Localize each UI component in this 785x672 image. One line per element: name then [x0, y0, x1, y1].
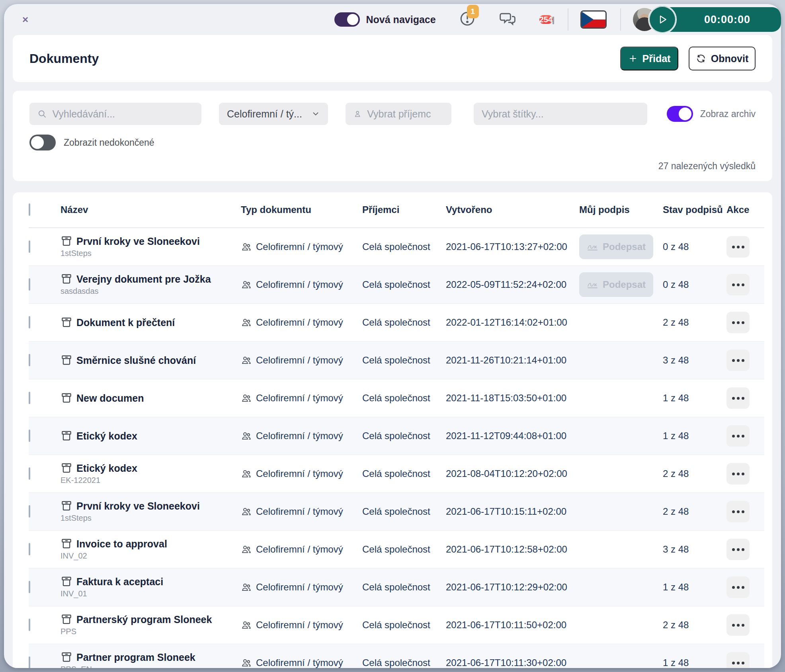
table-row[interactable]: Invoice to approval INV_02 Celofiremní /…	[29, 531, 764, 568]
table-row[interactable]: Dokument k přečtení Celofiremní / týmový…	[29, 304, 764, 342]
table-row[interactable]: Verejny dokument pre Jožka sasdasdas Cel…	[29, 266, 764, 304]
signature-status-cell: 3 z 48	[663, 544, 726, 555]
row-checkbox[interactable]	[29, 354, 30, 366]
archive-box-icon	[61, 538, 72, 550]
table-row[interactable]: Etický kodex EK-122021 Celofiremní / tým…	[29, 455, 764, 493]
row-actions-button[interactable]	[726, 274, 750, 295]
row-actions-button[interactable]	[726, 425, 750, 447]
table-row[interactable]: Partner program Sloneek PPS_EN Celofirem…	[29, 644, 764, 668]
archive-box-icon	[61, 576, 72, 588]
alert-icon[interactable]: 1	[459, 10, 476, 29]
my-signature-cell	[579, 619, 663, 631]
czech-flag-icon[interactable]	[580, 10, 607, 29]
row-checkbox[interactable]	[29, 467, 30, 480]
search-field[interactable]	[29, 103, 201, 125]
new-navigation-label: Nová navigace	[366, 14, 436, 25]
add-button[interactable]: Přidat	[620, 47, 678, 70]
document-title[interactable]: První kroky ve Sloneekovi	[76, 236, 200, 247]
table-row[interactable]: New documen Celofiremní / týmový Celá sp…	[29, 379, 764, 417]
row-checkbox[interactable]	[29, 581, 30, 593]
tags-input[interactable]	[482, 108, 639, 120]
show-unfinished-label: Zobrazit nedokončené	[64, 137, 154, 148]
column-header-akce: Akce	[726, 204, 764, 215]
row-checkbox[interactable]	[29, 543, 30, 555]
row-checkbox[interactable]	[29, 278, 30, 291]
row-checkbox[interactable]	[29, 392, 30, 404]
app-window: × Nová navigace 1 254	[4, 4, 781, 668]
row-actions-button[interactable]	[726, 652, 750, 668]
document-subtitle: INV_01	[61, 589, 87, 598]
table-row[interactable]: Etický kodex Celofiremní / týmový Celá s…	[29, 417, 764, 455]
table-row[interactable]: Partnerský program Sloneek PPS Celofirem…	[29, 606, 764, 644]
signature-status-cell: 1 z 48	[663, 430, 726, 441]
document-type-cell: Celofiremní / týmový	[241, 279, 362, 290]
row-actions-button[interactable]	[726, 539, 750, 560]
tags-field[interactable]	[474, 103, 647, 125]
people-icon	[241, 657, 252, 668]
document-type-cell: Celofiremní / týmový	[241, 241, 362, 252]
created-cell: 2021-06-17T10:13:27+02:00	[446, 241, 579, 252]
row-actions-button[interactable]	[726, 576, 750, 598]
actions-cell	[726, 463, 764, 484]
document-title[interactable]: Etický kodex	[76, 430, 137, 442]
document-title[interactable]: Partner program Sloneek	[76, 652, 195, 663]
time-tracker[interactable]: 00:00:00	[662, 7, 781, 32]
my-signature-cell	[579, 582, 663, 593]
archive-box-icon	[61, 430, 72, 442]
search-input[interactable]	[53, 108, 193, 120]
recipient-field[interactable]	[346, 103, 451, 125]
table-row[interactable]: První kroky ve Sloneekovi 1stSteps Celof…	[29, 228, 764, 266]
row-actions-button[interactable]	[726, 463, 750, 484]
archive-box-icon	[61, 354, 72, 366]
document-title[interactable]: New documen	[76, 393, 144, 404]
document-title[interactable]: Partnerský program Sloneek	[76, 614, 212, 625]
row-checkbox[interactable]	[29, 505, 30, 518]
archive-box-icon	[61, 235, 72, 247]
document-title[interactable]: Dokument k přečtení	[76, 317, 175, 328]
sign-button[interactable]: Podepsat	[579, 272, 653, 297]
row-actions-button[interactable]	[726, 387, 750, 409]
document-type-value: Celofiremní / týmový	[256, 355, 343, 366]
new-navigation-toggle[interactable]	[334, 12, 360, 27]
row-actions-button[interactable]	[726, 501, 750, 522]
row-checkbox[interactable]	[29, 656, 30, 668]
created-cell: 2021-06-17T10:12:29+02:00	[446, 582, 579, 593]
document-title[interactable]: Směrnice slušné chování	[76, 355, 196, 366]
document-title[interactable]: První kroky ve Sloneekovi	[76, 500, 200, 512]
table-row[interactable]: Faktura k aceptaci INV_01 Celofiremní / …	[29, 568, 764, 606]
recipients-cell: Celá společnost	[362, 619, 446, 631]
people-icon	[241, 582, 252, 593]
table-row[interactable]: Směrnice slušné chování Celofiremní / tý…	[29, 342, 764, 379]
row-checkbox[interactable]	[29, 619, 30, 631]
row-actions-button[interactable]	[726, 614, 750, 636]
document-type-cell: Celofiremní / týmový	[241, 544, 362, 555]
notifications-icon[interactable]: 254	[539, 11, 554, 28]
close-icon[interactable]: ×	[22, 14, 28, 25]
play-icon[interactable]	[648, 5, 677, 34]
row-actions-button[interactable]	[726, 236, 750, 258]
document-subtitle: 1stSteps	[61, 249, 92, 258]
document-title[interactable]: Faktura k aceptaci	[76, 576, 163, 588]
row-actions-button[interactable]	[726, 350, 750, 371]
row-checkbox[interactable]	[29, 316, 30, 328]
select-all-checkbox[interactable]	[29, 203, 30, 216]
recipient-input[interactable]	[367, 108, 443, 120]
document-title[interactable]: Verejny dokument pre Jožka	[76, 273, 211, 285]
document-title[interactable]: Etický kodex	[76, 463, 137, 474]
document-name-cell: Faktura k aceptaci INV_01	[61, 576, 241, 599]
chat-icon[interactable]	[499, 10, 516, 29]
sign-button[interactable]: Podepsat	[579, 234, 653, 259]
document-type-select[interactable]: Celofiremní / tý...	[219, 103, 328, 125]
show-unfinished-toggle[interactable]	[29, 135, 56, 150]
refresh-button[interactable]: Obnovit	[689, 47, 756, 70]
row-checkbox[interactable]	[29, 430, 30, 442]
document-name-cell: První kroky ve Sloneekovi 1stSteps	[61, 235, 241, 258]
row-checkbox[interactable]	[29, 240, 30, 253]
row-actions-button[interactable]	[726, 312, 750, 333]
document-title[interactable]: Invoice to approval	[76, 538, 167, 550]
signature-status-cell: 0 z 48	[663, 279, 726, 290]
show-archive-toggle[interactable]	[667, 106, 693, 122]
signature-status-cell: 2 z 48	[663, 468, 726, 479]
table-row[interactable]: První kroky ve Sloneekovi 1stSteps Celof…	[29, 493, 764, 531]
recipients-cell: Celá společnost	[362, 506, 446, 517]
